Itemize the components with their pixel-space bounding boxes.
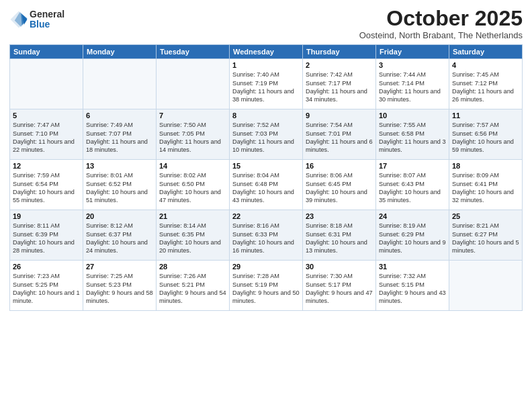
- table-row: 18Sunrise: 8:09 AM Sunset: 6:41 PM Dayli…: [449, 160, 523, 210]
- day-number: 25: [452, 212, 519, 220]
- day-info: Sunrise: 7:54 AM Sunset: 7:01 PM Dayligh…: [306, 121, 373, 154]
- day-number: 19: [13, 212, 80, 220]
- weekday-header-row: Sunday Monday Tuesday Wednesday Thursday…: [10, 45, 523, 59]
- table-row: [449, 261, 523, 311]
- logo-text: General Blue: [30, 9, 64, 30]
- day-number: 27: [86, 263, 153, 271]
- table-row: 19Sunrise: 8:11 AM Sunset: 6:39 PM Dayli…: [10, 210, 83, 261]
- day-info: Sunrise: 7:28 AM Sunset: 5:19 PM Dayligh…: [232, 272, 300, 306]
- table-row: 11Sunrise: 7:57 AM Sunset: 6:56 PM Dayli…: [449, 109, 523, 160]
- table-row: 15Sunrise: 8:04 AM Sunset: 6:48 PM Dayli…: [230, 160, 303, 210]
- day-info: Sunrise: 7:44 AM Sunset: 7:14 PM Dayligh…: [379, 71, 446, 104]
- day-info: Sunrise: 7:30 AM Sunset: 5:17 PM Dayligh…: [306, 272, 373, 306]
- day-info: Sunrise: 8:07 AM Sunset: 6:43 PM Dayligh…: [379, 171, 446, 205]
- day-info: Sunrise: 8:12 AM Sunset: 6:37 PM Dayligh…: [86, 222, 153, 255]
- table-row: 20Sunrise: 8:12 AM Sunset: 6:37 PM Dayli…: [83, 210, 157, 261]
- day-number: 20: [86, 212, 153, 220]
- day-info: Sunrise: 7:40 AM Sunset: 7:19 PM Dayligh…: [232, 71, 300, 104]
- table-row: 24Sunrise: 8:19 AM Sunset: 6:29 PM Dayli…: [376, 210, 449, 261]
- table-row: 16Sunrise: 8:06 AM Sunset: 6:45 PM Dayli…: [303, 160, 376, 210]
- day-number: 17: [379, 162, 446, 170]
- day-number: 28: [159, 263, 226, 271]
- day-info: Sunrise: 7:26 AM Sunset: 5:21 PM Dayligh…: [159, 272, 226, 306]
- day-number: 31: [379, 263, 446, 271]
- calendar-week-row: 5Sunrise: 7:47 AM Sunset: 7:10 PM Daylig…: [10, 109, 523, 160]
- day-info: Sunrise: 7:57 AM Sunset: 6:56 PM Dayligh…: [452, 121, 519, 154]
- calendar-week-row: 26Sunrise: 7:23 AM Sunset: 5:25 PM Dayli…: [10, 261, 523, 311]
- table-row: 27Sunrise: 7:25 AM Sunset: 5:23 PM Dayli…: [83, 261, 157, 311]
- day-number: 29: [232, 263, 300, 271]
- day-info: Sunrise: 8:01 AM Sunset: 6:52 PM Dayligh…: [86, 171, 153, 205]
- day-number: 23: [306, 212, 373, 220]
- table-row: [157, 59, 230, 109]
- table-row: [83, 59, 157, 109]
- day-number: 16: [306, 162, 373, 170]
- day-info: Sunrise: 7:55 AM Sunset: 6:58 PM Dayligh…: [379, 121, 446, 154]
- location-subtitle: Oosteind, North Brabant, The Netherlands: [359, 30, 523, 40]
- day-info: Sunrise: 8:21 AM Sunset: 6:27 PM Dayligh…: [452, 222, 519, 255]
- day-number: 10: [379, 111, 446, 120]
- table-row: 14Sunrise: 8:02 AM Sunset: 6:50 PM Dayli…: [157, 160, 230, 210]
- header-tuesday: Tuesday: [157, 45, 230, 59]
- day-info: Sunrise: 8:04 AM Sunset: 6:48 PM Dayligh…: [232, 171, 300, 205]
- day-number: 15: [232, 162, 300, 170]
- day-info: Sunrise: 8:09 AM Sunset: 6:41 PM Dayligh…: [452, 171, 519, 205]
- header-saturday: Saturday: [449, 45, 523, 59]
- day-number: 24: [379, 212, 446, 220]
- header: General Blue October 2025 Oosteind, Nort…: [9, 7, 523, 40]
- day-number: 11: [452, 111, 519, 120]
- day-info: Sunrise: 7:47 AM Sunset: 7:10 PM Dayligh…: [13, 121, 80, 154]
- table-row: 10Sunrise: 7:55 AM Sunset: 6:58 PM Dayli…: [376, 109, 449, 160]
- day-number: 13: [86, 162, 153, 170]
- header-friday: Friday: [376, 45, 449, 59]
- calendar-week-row: 19Sunrise: 8:11 AM Sunset: 6:39 PM Dayli…: [10, 210, 523, 261]
- header-wednesday: Wednesday: [230, 45, 303, 59]
- month-title: October 2025: [359, 7, 523, 30]
- day-number: 9: [306, 111, 373, 120]
- table-row: 21Sunrise: 8:14 AM Sunset: 6:35 PM Dayli…: [157, 210, 230, 261]
- day-info: Sunrise: 8:14 AM Sunset: 6:35 PM Dayligh…: [159, 222, 226, 255]
- day-number: 26: [13, 263, 80, 271]
- day-info: Sunrise: 7:25 AM Sunset: 5:23 PM Dayligh…: [86, 272, 153, 306]
- logo-blue: Blue: [30, 19, 64, 30]
- logo: General Blue: [9, 9, 64, 30]
- day-number: 6: [86, 111, 153, 120]
- table-row: 7Sunrise: 7:50 AM Sunset: 7:05 PM Daylig…: [157, 109, 230, 160]
- day-number: 18: [452, 162, 519, 170]
- header-thursday: Thursday: [303, 45, 376, 59]
- table-row: 1Sunrise: 7:40 AM Sunset: 7:19 PM Daylig…: [230, 59, 303, 109]
- table-row: 22Sunrise: 8:16 AM Sunset: 6:33 PM Dayli…: [230, 210, 303, 261]
- logo-icon: [9, 10, 28, 29]
- table-row: 31Sunrise: 7:32 AM Sunset: 5:15 PM Dayli…: [376, 261, 449, 311]
- day-info: Sunrise: 7:50 AM Sunset: 7:05 PM Dayligh…: [159, 121, 226, 154]
- table-row: 13Sunrise: 8:01 AM Sunset: 6:52 PM Dayli…: [83, 160, 157, 210]
- table-row: 12Sunrise: 7:59 AM Sunset: 6:54 PM Dayli…: [10, 160, 83, 210]
- day-number: 21: [159, 212, 226, 220]
- table-row: 3Sunrise: 7:44 AM Sunset: 7:14 PM Daylig…: [376, 59, 449, 109]
- day-number: 5: [13, 111, 80, 120]
- table-row: 29Sunrise: 7:28 AM Sunset: 5:19 PM Dayli…: [230, 261, 303, 311]
- day-info: Sunrise: 7:23 AM Sunset: 5:25 PM Dayligh…: [13, 272, 80, 306]
- day-number: 1: [232, 61, 300, 69]
- day-number: 14: [159, 162, 226, 170]
- table-row: 4Sunrise: 7:45 AM Sunset: 7:12 PM Daylig…: [449, 59, 523, 109]
- day-info: Sunrise: 7:42 AM Sunset: 7:17 PM Dayligh…: [306, 71, 373, 104]
- table-row: 25Sunrise: 8:21 AM Sunset: 6:27 PM Dayli…: [449, 210, 523, 261]
- day-info: Sunrise: 7:49 AM Sunset: 7:07 PM Dayligh…: [86, 121, 153, 154]
- day-info: Sunrise: 8:16 AM Sunset: 6:33 PM Dayligh…: [232, 222, 300, 255]
- page: General Blue October 2025 Oosteind, Nort…: [0, 0, 532, 411]
- day-info: Sunrise: 8:11 AM Sunset: 6:39 PM Dayligh…: [13, 222, 80, 255]
- day-number: 22: [232, 212, 300, 220]
- table-row: 5Sunrise: 7:47 AM Sunset: 7:10 PM Daylig…: [10, 109, 83, 160]
- day-info: Sunrise: 8:18 AM Sunset: 6:31 PM Dayligh…: [306, 222, 373, 255]
- day-number: 30: [306, 263, 373, 271]
- day-info: Sunrise: 8:06 AM Sunset: 6:45 PM Dayligh…: [306, 171, 373, 205]
- header-sunday: Sunday: [10, 45, 83, 59]
- day-number: 4: [452, 61, 519, 69]
- header-monday: Monday: [83, 45, 157, 59]
- table-row: 9Sunrise: 7:54 AM Sunset: 7:01 PM Daylig…: [303, 109, 376, 160]
- day-info: Sunrise: 7:59 AM Sunset: 6:54 PM Dayligh…: [13, 171, 80, 205]
- table-row: 6Sunrise: 7:49 AM Sunset: 7:07 PM Daylig…: [83, 109, 157, 160]
- day-number: 3: [379, 61, 446, 69]
- day-number: 8: [232, 111, 300, 120]
